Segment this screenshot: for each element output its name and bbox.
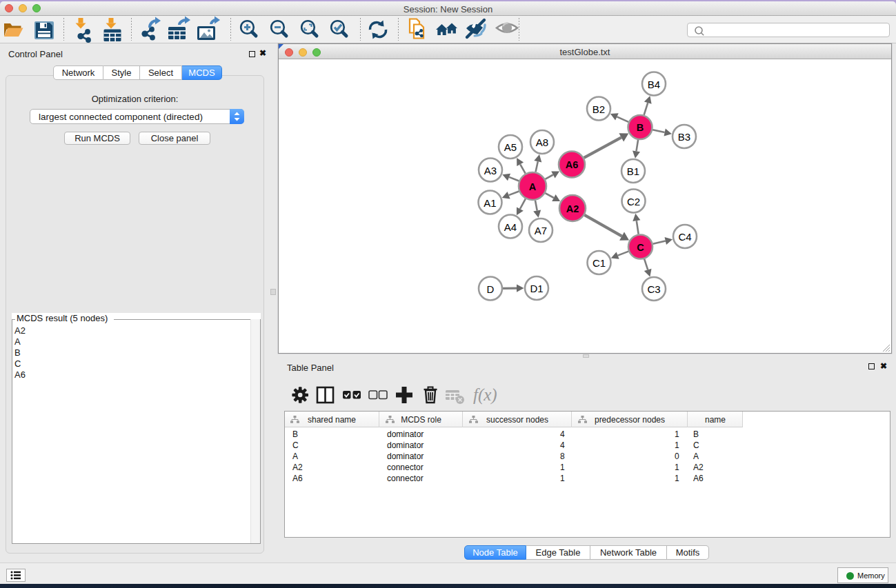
svg-text:B: B [637, 122, 644, 133]
svg-text:C: C [637, 242, 644, 253]
svg-text:A7: A7 [535, 225, 547, 236]
svg-text:A5: A5 [504, 141, 517, 153]
svg-text:D: D [487, 283, 495, 295]
svg-text:B3: B3 [678, 131, 690, 143]
svg-text:A6: A6 [566, 159, 579, 170]
svg-text:C2: C2 [627, 196, 640, 207]
svg-text:D1: D1 [530, 283, 543, 294]
svg-text:B1: B1 [627, 165, 639, 177]
svg-text:A: A [529, 181, 537, 192]
svg-text:A1: A1 [484, 197, 496, 209]
svg-text:A4: A4 [504, 221, 517, 233]
svg-text:C1: C1 [593, 257, 606, 269]
svg-text:f(x): f(x) [473, 385, 497, 405]
svg-text:B2: B2 [593, 103, 605, 115]
svg-text:A3: A3 [484, 165, 497, 176]
svg-text:B4: B4 [648, 79, 660, 90]
svg-text:A8: A8 [536, 136, 548, 148]
svg-text:A2: A2 [566, 203, 579, 214]
svg-text:C3: C3 [647, 283, 660, 295]
svg-text:C4: C4 [678, 231, 691, 243]
